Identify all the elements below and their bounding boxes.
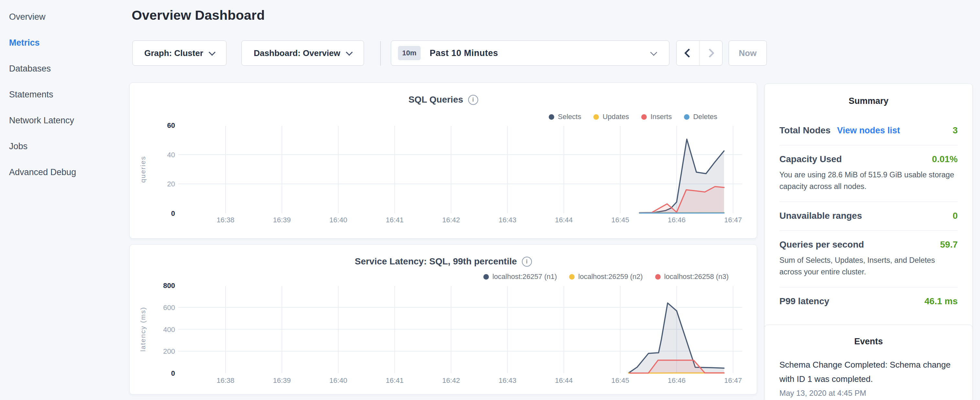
- svg-text:16:46: 16:46: [668, 216, 686, 224]
- time-forward-button[interactable]: [699, 41, 722, 65]
- svg-text:16:41: 16:41: [386, 376, 404, 384]
- toolbar-divider: [380, 41, 381, 66]
- svg-text:600: 600: [163, 304, 175, 312]
- summary-row: Queries per second59.7Sum of Selects, Up…: [780, 230, 958, 287]
- event-timestamp: May 13, 2020 at 4:45 PM: [780, 389, 958, 398]
- graph-dropdown[interactable]: Graph: Cluster: [132, 40, 226, 66]
- svg-text:16:44: 16:44: [555, 216, 573, 224]
- sql-queries-chart-card: SQL Queries i SelectsUpdatesInsertsDelet…: [129, 83, 757, 239]
- summary-row-value: 46.1 ms: [924, 296, 958, 306]
- service-latency-chart: 16:3816:3916:4016:4116:4216:4316:4416:45…: [130, 245, 757, 395]
- svg-text:16:42: 16:42: [442, 376, 460, 384]
- sidebar-item-statements[interactable]: Statements: [9, 81, 126, 107]
- svg-text:16:45: 16:45: [611, 376, 629, 384]
- time-window-label: Past 10 Minutes: [430, 48, 651, 58]
- chevron-down-icon: [346, 49, 353, 56]
- app-root: OverviewMetricsDatabasesStatementsNetwor…: [0, 0, 980, 400]
- chevron-down-icon: [650, 49, 657, 56]
- svg-text:16:46: 16:46: [668, 376, 686, 384]
- summary-row-value: 59.7: [940, 239, 958, 250]
- svg-text:60: 60: [167, 121, 175, 129]
- graph-dropdown-label: Graph: Cluster: [144, 48, 203, 58]
- summary-panel: Summary Total NodesView nodes list3Capac…: [765, 83, 972, 330]
- dashboard-dropdown-label: Dashboard: Overview: [254, 48, 340, 58]
- svg-text:16:41: 16:41: [386, 216, 404, 224]
- svg-text:16:40: 16:40: [329, 216, 347, 224]
- sidebar: OverviewMetricsDatabasesStatementsNetwor…: [9, 4, 126, 185]
- summary-row: Unavailable ranges0: [780, 202, 958, 230]
- sidebar-item-jobs[interactable]: Jobs: [9, 133, 126, 159]
- svg-text:400: 400: [163, 325, 175, 334]
- service-latency-chart-card: Service Latency: SQL, 99th percentile i …: [129, 244, 757, 395]
- sidebar-item-advanced-debug[interactable]: Advanced Debug: [9, 159, 126, 185]
- svg-text:16:40: 16:40: [329, 376, 347, 384]
- sidebar-item-network-latency[interactable]: Network Latency: [9, 107, 126, 133]
- svg-text:16:38: 16:38: [216, 216, 234, 224]
- sidebar-item-overview[interactable]: Overview: [9, 4, 126, 30]
- toolbar: Graph: Cluster Dashboard: Overview 10m P…: [0, 40, 980, 66]
- svg-text:40: 40: [167, 151, 175, 159]
- summary-title: Summary: [780, 96, 958, 106]
- summary-rows: Total NodesView nodes list3Capacity Used…: [780, 116, 958, 316]
- svg-text:16:38: 16:38: [216, 376, 234, 384]
- event-text: Schema Change Completed: Schema change w…: [780, 358, 958, 386]
- events-panel: Events Schema Change Completed: Schema c…: [765, 325, 972, 400]
- svg-text:16:42: 16:42: [442, 216, 460, 224]
- time-back-button[interactable]: [676, 41, 699, 65]
- summary-row-label: Queries per second: [780, 239, 864, 250]
- summary-row-label: Capacity Used: [780, 154, 842, 164]
- view-nodes-list-link[interactable]: View nodes list: [837, 126, 900, 135]
- summary-row-value: 0.01%: [932, 154, 958, 164]
- svg-text:0: 0: [171, 369, 175, 377]
- svg-text:16:43: 16:43: [499, 376, 516, 384]
- svg-text:200: 200: [163, 347, 175, 355]
- time-step-buttons: [676, 40, 722, 66]
- svg-text:queries: queries: [139, 156, 146, 183]
- page-title: Overview Dashboard: [132, 8, 265, 23]
- time-window-badge: 10m: [398, 46, 421, 60]
- time-range-dropdown[interactable]: 10m Past 10 Minutes: [391, 40, 670, 66]
- chevron-left-icon: [684, 49, 694, 57]
- svg-text:16:47: 16:47: [724, 216, 742, 224]
- svg-text:16:39: 16:39: [273, 376, 291, 384]
- summary-row: Capacity Used0.01%You are using 28.6 MiB…: [780, 145, 958, 202]
- summary-row-value: 0: [953, 211, 958, 221]
- summary-row-label: P99 latency: [780, 296, 829, 306]
- svg-text:16:47: 16:47: [724, 376, 742, 384]
- summary-row: Total NodesView nodes list3: [780, 116, 958, 145]
- events-list: Schema Change Completed: Schema change w…: [780, 358, 958, 398]
- summary-row: P99 latency46.1 ms: [780, 287, 958, 316]
- svg-text:0: 0: [171, 209, 175, 217]
- summary-row-label: Total Nodes: [780, 125, 830, 135]
- svg-text:20: 20: [167, 180, 175, 188]
- svg-text:16:44: 16:44: [555, 376, 573, 384]
- chevron-right-icon: [705, 49, 714, 57]
- summary-row-label: Unavailable ranges: [780, 211, 862, 221]
- dashboard-dropdown[interactable]: Dashboard: Overview: [241, 40, 364, 66]
- svg-text:16:43: 16:43: [499, 216, 516, 224]
- summary-row-description: Sum of Selects, Updates, Inserts, and De…: [780, 254, 958, 278]
- summary-row-description: You are using 28.6 MiB of 515.9 GiB usab…: [780, 169, 958, 192]
- summary-row-value: 3: [953, 125, 958, 135]
- svg-text:latency (ms): latency (ms): [139, 307, 146, 351]
- svg-text:16:39: 16:39: [273, 216, 291, 224]
- svg-text:800: 800: [163, 282, 175, 290]
- chevron-down-icon: [209, 49, 215, 56]
- now-button[interactable]: Now: [729, 40, 767, 66]
- sql-queries-chart: 16:3816:3916:4016:4116:4216:4316:4416:45…: [130, 83, 757, 239]
- events-title: Events: [780, 336, 958, 347]
- svg-text:16:45: 16:45: [611, 216, 629, 224]
